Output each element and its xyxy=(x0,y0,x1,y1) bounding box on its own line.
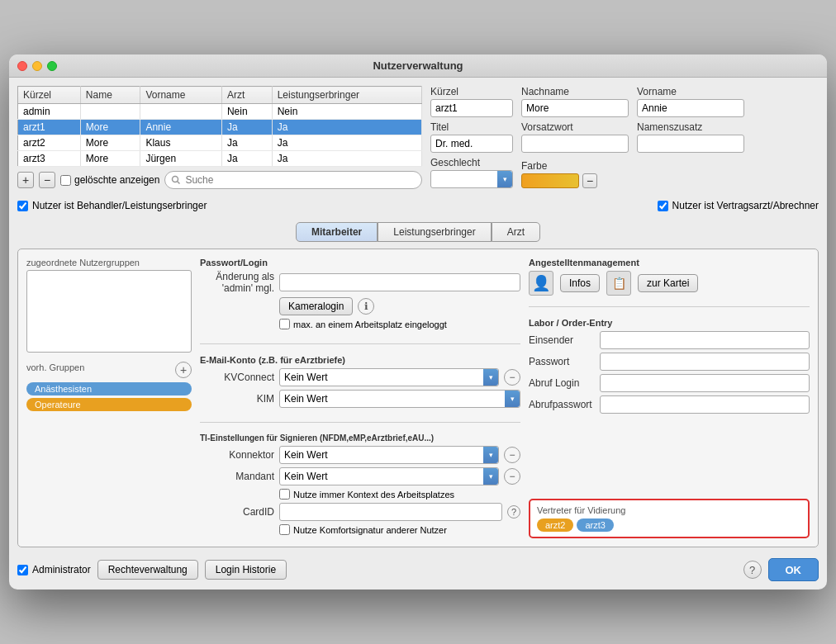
remove-user-button[interactable]: − xyxy=(39,172,55,188)
titlebar: Nutzerverwaltung xyxy=(9,54,827,78)
table-cell-kuerzel: admin xyxy=(18,104,81,120)
aenderung-input[interactable] xyxy=(279,273,520,291)
person-icon: 👤 xyxy=(529,271,553,296)
nutze-kontext-checkbox[interactable] xyxy=(279,489,290,500)
komfortsignatur-label[interactable]: Nutze Komfortsignatur anderer Nutzer xyxy=(279,524,447,535)
col-kuerzel: Kürzel xyxy=(18,87,81,104)
table-cell-vorname xyxy=(140,104,221,120)
einsender-input[interactable] xyxy=(600,331,810,349)
behandler-checkbox[interactable] xyxy=(17,201,28,211)
table-cell-leistung: Ja xyxy=(272,135,421,151)
farbe-remove-button[interactable]: − xyxy=(582,173,597,188)
namenszusatz-label: Namenszusatz xyxy=(637,121,744,133)
user-table: Kürzel Name Vorname Arzt Leistungserbrin… xyxy=(17,86,422,167)
form-panel: Kürzel Nachname Vorname Titel xyxy=(430,86,819,189)
col-vorname: Vorname xyxy=(140,87,221,104)
table-row[interactable]: adminNeinNein xyxy=(18,104,422,120)
minimize-button[interactable] xyxy=(32,61,42,71)
kameralogin-info-icon[interactable]: ℹ xyxy=(358,298,374,315)
search-input[interactable] xyxy=(164,171,422,189)
ti-section: TI-Einstellungen für Signieren (NFDM,eMP… xyxy=(200,433,520,538)
kartei-button[interactable]: zur Kartei xyxy=(638,274,698,292)
table-cell-name xyxy=(80,104,140,120)
help-button[interactable]: ? xyxy=(743,561,762,579)
rechteverwaltung-button[interactable]: Rechteverwaltung xyxy=(97,560,198,580)
table-row[interactable]: arzt2MoreKlausJaJa xyxy=(18,135,422,151)
titel-input[interactable] xyxy=(430,135,513,153)
konnektor-dropdown[interactable]: Kein Wert ▾ xyxy=(279,446,499,464)
tab-mitarbeiter[interactable]: Mitarbeiter xyxy=(296,222,378,242)
labor-passwort-label: Passwort xyxy=(529,356,595,367)
tab-leistungserbringer[interactable]: Leistungserbringer xyxy=(378,222,491,242)
einsender-row: Einsender xyxy=(529,331,810,349)
table-row[interactable]: arzt3MoreJürgenJaJa xyxy=(18,151,422,167)
geschlecht-dropdown[interactable]: ▾ xyxy=(430,170,513,188)
form-row-3: Geschlecht ▾ Farbe − xyxy=(430,157,819,188)
table-cell-arzt: Ja xyxy=(221,151,272,167)
cardid-input[interactable] xyxy=(279,503,502,521)
show-deleted-text: gelöschte anzeigen xyxy=(74,174,159,186)
show-deleted-label[interactable]: gelöschte anzeigen xyxy=(60,174,159,186)
geschlecht-label: Geschlecht xyxy=(430,157,513,168)
cardid-help-icon[interactable]: ? xyxy=(507,505,520,519)
kvconnect-remove-icon[interactable]: − xyxy=(504,369,520,386)
vorname-input[interactable] xyxy=(637,99,744,117)
vertreter-tag-arzt3[interactable]: arzt3 xyxy=(577,519,613,532)
table-row[interactable]: arzt1MoreAnnieJaJa xyxy=(18,120,422,135)
kvconnect-row: KVConnect Kein Wert ▾ − xyxy=(200,368,520,386)
maximize-button[interactable] xyxy=(47,61,57,71)
vorname-label: Vorname xyxy=(637,86,744,97)
table-cell-leistung: Ja xyxy=(272,151,421,167)
aenderung-row: Änderung als 'admin' mgl. xyxy=(200,271,520,294)
vertragsarzt-checkbox-label[interactable]: Nutzer ist Vertragsarzt/Abrechner xyxy=(658,200,819,211)
konnektor-remove-icon[interactable]: − xyxy=(504,447,520,463)
kuerzel-input[interactable] xyxy=(430,99,513,117)
form-row-2: Titel Vorsatzwort Namenszusatz xyxy=(430,121,819,153)
nutzergruppen-listbox[interactable] xyxy=(26,270,192,353)
farbe-color-bar[interactable] xyxy=(521,173,579,188)
abruf-login-input[interactable] xyxy=(600,374,810,392)
add-group-button[interactable]: + xyxy=(175,362,192,378)
max-arbeitsplatz-checkbox[interactable] xyxy=(279,319,290,329)
namenszusatz-input[interactable] xyxy=(637,135,744,153)
kvconnect-dropdown[interactable]: Kein Wert ▾ xyxy=(279,368,499,386)
tab-arzt[interactable]: Arzt xyxy=(492,222,540,242)
vertragsarzt-checkbox[interactable] xyxy=(658,201,668,211)
vorsatzwort-input[interactable] xyxy=(521,135,629,153)
mandant-dropdown[interactable]: Kein Wert ▾ xyxy=(279,467,499,485)
administrator-checkbox[interactable] xyxy=(17,565,28,575)
mandant-row: Mandant Kein Wert ▾ − xyxy=(200,467,520,485)
geschlecht-field: Geschlecht ▾ xyxy=(430,157,513,188)
komfortsignatur-checkbox[interactable] xyxy=(279,524,290,535)
vorh-gruppen-label: vorh. Gruppen xyxy=(26,362,84,372)
max-arbeitsplatz-row: max. an einem Arbeitsplatz eingeloggt xyxy=(200,319,520,329)
add-user-button[interactable]: + xyxy=(17,172,34,188)
login-historie-button[interactable]: Login Historie xyxy=(205,560,287,580)
behandler-checkbox-label[interactable]: Nutzer ist Behandler/Leistungserbringer xyxy=(17,200,207,211)
kuerzel-label: Kürzel xyxy=(430,86,513,97)
main-window: Nutzerverwaltung Kürzel Name Vorname Arz… xyxy=(9,54,827,590)
table-cell-vorname: Klaus xyxy=(140,135,221,151)
close-button[interactable] xyxy=(17,61,27,71)
infos-button[interactable]: Infos xyxy=(560,274,600,292)
table-cell-kuerzel: arzt2 xyxy=(18,135,81,151)
administrator-checkbox-label[interactable]: Administrator xyxy=(17,564,91,575)
nutze-kontext-label[interactable]: Nutze immer Kontext des Arbeitsplatzes xyxy=(279,489,454,500)
kim-row: KIM Kein Wert ▾ xyxy=(200,390,520,408)
ok-button[interactable]: OK xyxy=(768,558,819,581)
kameralogin-button[interactable]: Kameralogin xyxy=(279,297,353,315)
labor-passwort-input[interactable] xyxy=(600,353,810,371)
col-leistung: Leistungserbringer xyxy=(272,87,421,104)
labor-title: Labor / Order-Entry xyxy=(529,318,810,328)
group-tag-operateure[interactable]: Operateure xyxy=(26,398,192,411)
kvconnect-arrow-icon: ▾ xyxy=(483,369,498,386)
mandant-remove-icon[interactable]: − xyxy=(504,468,520,485)
group-tag-anaesthesisten[interactable]: Anästhesisten xyxy=(26,382,192,395)
konnektor-label: Konnektor xyxy=(200,449,274,461)
kim-dropdown[interactable]: Kein Wert ▾ xyxy=(279,390,520,408)
vertreter-tag-arzt2[interactable]: arzt2 xyxy=(537,519,573,532)
nachname-input[interactable] xyxy=(521,99,629,117)
max-arbeitsplatz-label[interactable]: max. an einem Arbeitsplatz eingeloggt xyxy=(279,319,447,329)
abrufpasswort-input[interactable] xyxy=(600,395,810,414)
show-deleted-checkbox[interactable] xyxy=(60,175,71,186)
